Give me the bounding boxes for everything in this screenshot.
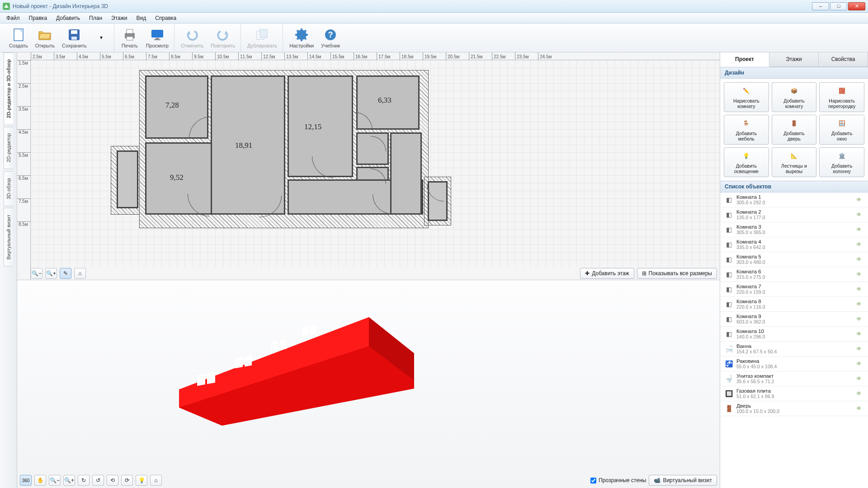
orbit-button[interactable]: 360 (20, 475, 32, 486)
object-list-item[interactable]: 🛁Ванна154.2 x 67.5 x 50.4👁 (720, 342, 868, 357)
menu-floors[interactable]: Этажи (108, 14, 131, 23)
zoom-out-icon: 🔍− (50, 477, 60, 483)
zoom-in-button[interactable]: 🔍+ (45, 268, 57, 279)
home-3d-button[interactable]: ⌂ (150, 475, 162, 486)
visibility-toggle[interactable]: 👁 (856, 286, 864, 292)
walk-back-button[interactable]: ⟳ (121, 475, 133, 486)
minimize-button[interactable]: – (812, 2, 829, 10)
add-door-button[interactable]: 🚪Добавитьдверь (772, 115, 817, 145)
add-light-button[interactable]: 💡Добавитьосвещение (724, 147, 769, 177)
walk-icon: ⟲ (110, 477, 115, 483)
object-list-item[interactable]: ◧Комната 4335.0 x 642.0👁 (720, 237, 868, 252)
stairs-button[interactable]: 📐Лестницы ивырезы (772, 147, 817, 177)
visibility-toggle[interactable]: 👁 (856, 226, 864, 233)
tab-floors[interactable]: Этажи (769, 52, 819, 66)
show-dims-button[interactable]: ⊞ Показывать все размеры (637, 268, 717, 279)
settings-button[interactable]: Настройки (287, 26, 316, 50)
open-button[interactable]: Открыть (33, 26, 57, 50)
object-list-item[interactable]: ◧Комната 8220.0 x 116.0👁 (720, 297, 868, 312)
object-list-item[interactable]: 🔲Газовая плита51.0 x 62.1 x 86.9👁 (720, 386, 868, 401)
save-dropdown[interactable]: ▾ (91, 26, 111, 50)
duplicate-button[interactable]: Дублировать (245, 26, 280, 50)
object-list-item[interactable]: ◧Комната 7220.0 x 159.0👁 (720, 282, 868, 297)
transparent-walls-checkbox[interactable]: Прозрачные стены (590, 477, 646, 483)
draw-room-icon: ✏️ (739, 85, 754, 96)
add-column-button[interactable]: 🏛️Добавитьколонну (819, 147, 864, 177)
draw-partition-button[interactable]: 🧱Нарисоватьперегородку (819, 82, 864, 112)
add-room-button[interactable]: 📦Добавитькомнату (772, 82, 817, 112)
home-button[interactable]: ⌂ (74, 268, 86, 279)
add-floor-button[interactable]: ✚ Добавить этаж (580, 268, 634, 279)
object-list-item[interactable]: ◧Комната 5303.0 x 480.0👁 (720, 252, 868, 267)
tab-virtual-visit[interactable]: Виртуальный визит (4, 208, 13, 267)
menu-plan[interactable]: План (85, 14, 106, 23)
object-list-item[interactable]: ◧Комната 10140.0 x 296.0👁 (720, 327, 868, 342)
visibility-toggle[interactable]: 👁 (856, 375, 864, 382)
virtual-visit-button[interactable]: 📹 Виртуальный визит (649, 475, 717, 486)
object-list-item[interactable]: 🚽Унитаз компакт35.6 x 56.5 x 71.2👁 (720, 371, 868, 386)
duplicate-icon (255, 28, 269, 42)
tab-3d-overview[interactable]: 3D-обзор (4, 171, 13, 206)
light-button[interactable]: 💡 (136, 475, 147, 486)
object-list[interactable]: ◧Комната 1305.0 x 292.0👁◧Комната 2135.0 … (720, 192, 868, 488)
menu-help[interactable]: Справка (151, 14, 180, 23)
light-icon: 💡 (739, 150, 754, 161)
visibility-toggle[interactable]: 👁 (856, 197, 864, 203)
tutorial-button[interactable]: ? Учебник (318, 26, 343, 50)
undo-button[interactable]: Отменить (178, 26, 206, 50)
object-list-item[interactable]: 🚰Раковина55.0 x 45.0 x 108.4👁 (720, 357, 868, 371)
tab-project[interactable]: Проект (720, 52, 769, 67)
print-button[interactable]: Печать (118, 26, 142, 50)
maximize-button[interactable]: □ (830, 2, 847, 10)
object-list-item[interactable]: ◧Комната 3305.0 x 365.0👁 (720, 222, 868, 237)
close-button[interactable]: ✕ (848, 2, 865, 10)
object-dimensions: 135.0 x 177.0 (736, 215, 856, 220)
view-button[interactable]: Просмотр (143, 26, 171, 50)
visibility-toggle[interactable]: 👁 (856, 211, 864, 218)
visibility-toggle[interactable]: 👁 (856, 346, 864, 352)
3d-view[interactable]: 360 ✋ 🔍− 🔍+ ↻ ↺ ⟲ ⟳ 💡 ⌂ Прозрачные стены… (17, 280, 720, 488)
zoom-in-3d-button[interactable]: 🔍+ (63, 475, 75, 486)
object-list-item[interactable]: ◧Комната 2135.0 x 177.0👁 (720, 207, 868, 222)
visibility-toggle[interactable]: 👁 (856, 331, 864, 337)
draw-room-button[interactable]: ✏️Нарисоватькомнату (724, 82, 769, 112)
visibility-toggle[interactable]: 👁 (856, 241, 864, 248)
undo-icon (185, 28, 199, 42)
menu-file[interactable]: Файл (3, 14, 24, 23)
visibility-toggle[interactable]: 👁 (856, 256, 864, 263)
zoom-out-3d-button[interactable]: 🔍− (49, 475, 61, 486)
draw-tool-button[interactable]: ✎ (60, 268, 71, 279)
2d-canvas[interactable]: 2.5м3.5м4.5м5.5м6.5м7.5м8.5м9.5м10.5м11.… (17, 52, 720, 280)
object-list-item[interactable]: 🚪Дверь100.0 x 15.0 x 200.0👁 (720, 401, 868, 416)
object-list-item[interactable]: ◧Комната 1305.0 x 292.0👁 (720, 192, 868, 207)
object-dimensions: 220.0 x 159.0 (736, 289, 856, 295)
menu-edit[interactable]: Правка (25, 14, 51, 23)
object-list-item[interactable]: ◧Комната 9603.0 x 382.0👁 (720, 312, 868, 327)
visibility-toggle[interactable]: 👁 (856, 271, 864, 277)
visibility-toggle[interactable]: 👁 (856, 361, 864, 367)
floor-plan[interactable]: 7,28 9,52 18,91 12,15 6,33 (31, 60, 720, 267)
redo-button[interactable]: Повторить (208, 26, 238, 50)
visibility-toggle[interactable]: 👁 (856, 301, 864, 307)
walk-fwd-button[interactable]: ⟲ (107, 475, 118, 486)
rotate-ccw-button[interactable]: ↺ (92, 475, 104, 486)
add-window-button[interactable]: 🪟Добавитьокно (819, 115, 864, 145)
3d-model (161, 295, 414, 430)
zoom-out-button[interactable]: 🔍− (31, 268, 42, 279)
object-list-item[interactable]: ◧Комната 6315.0 x 275.0👁 (720, 267, 868, 282)
left-tab-rail: 2D-редактор и 3D-обзор 2D-редактор 3D-об… (0, 52, 17, 488)
visibility-toggle[interactable]: 👁 (856, 316, 864, 322)
tab-2d-editor[interactable]: 2D-редактор (4, 127, 13, 169)
visibility-toggle[interactable]: 👁 (856, 405, 864, 412)
tab-2d-3d-combo[interactable]: 2D-редактор и 3D-обзор (4, 52, 13, 125)
visibility-toggle[interactable]: 👁 (856, 390, 864, 397)
menu-add[interactable]: Добавить (52, 14, 84, 23)
rotate-cw-button[interactable]: ↻ (78, 475, 90, 486)
svg-rect-4 (71, 37, 77, 40)
tab-properties[interactable]: Свойства (819, 52, 868, 66)
pan-button[interactable]: ✋ (34, 475, 46, 486)
save-button[interactable]: Сохранить (59, 26, 90, 50)
create-button[interactable]: Создать (6, 26, 31, 50)
add-furniture-button[interactable]: 🪑Добавитьмебель (724, 115, 769, 145)
menu-view[interactable]: Вид (132, 14, 150, 23)
